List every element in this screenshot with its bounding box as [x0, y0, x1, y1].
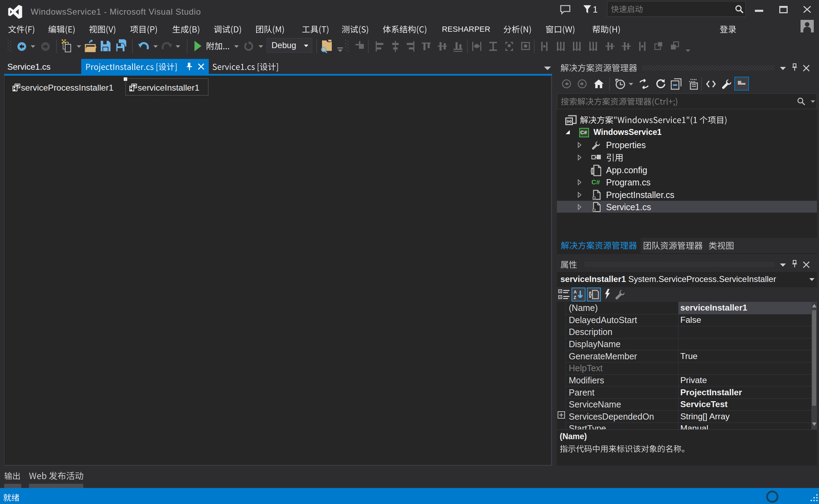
svg-text:A: A	[574, 290, 577, 295]
svg-text:Z: Z	[574, 295, 576, 300]
